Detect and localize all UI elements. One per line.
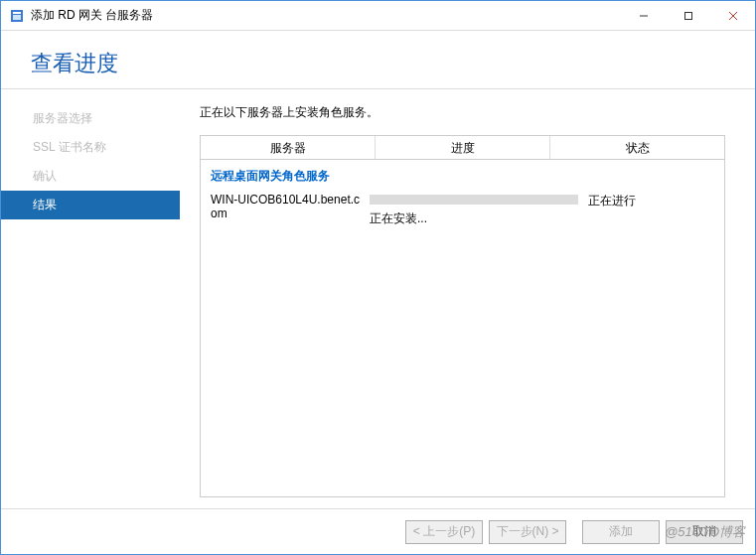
cell-server-name: WIN-UICOB610L4U.benet.com	[211, 193, 370, 220]
sidebar-item-results[interactable]: 结果	[1, 191, 180, 219]
page-title: 查看进度	[31, 49, 118, 78]
close-button[interactable]	[710, 1, 755, 30]
sidebar-item-confirm: 确认	[1, 162, 180, 191]
panel-header: 服务器 进度 状态	[201, 136, 724, 160]
cell-status: 正在进行	[588, 193, 714, 209]
svg-rect-4	[684, 12, 691, 19]
footer: < 上一步(P) 下一步(N) > 添加 取消	[1, 508, 755, 554]
prev-button: < 上一步(P)	[405, 520, 483, 544]
sidebar: 服务器选择 SSL 证书名称 确认 结果	[1, 89, 180, 521]
col-status: 状态	[550, 136, 724, 159]
svg-rect-2	[13, 15, 21, 20]
cell-progress: 正在安装...	[370, 193, 588, 227]
window-controls	[621, 1, 755, 30]
progress-text: 正在安装...	[370, 210, 576, 227]
window-title: 添加 RD 网关 台服务器	[31, 7, 621, 24]
titlebar: 添加 RD 网关 台服务器	[1, 1, 755, 31]
col-server: 服务器	[201, 136, 376, 159]
body: 服务器选择 SSL 证书名称 确认 结果 正在以下服务器上安装角色服务。 服务器…	[1, 89, 755, 521]
dialog-window: 添加 RD 网关 台服务器 查看进度 服务器选择 SSL 证书名称 确认 结果 …	[0, 0, 756, 555]
next-button: 下一步(N) >	[489, 520, 566, 544]
svg-rect-1	[13, 12, 21, 14]
panel-body: 远程桌面网关角色服务 WIN-UICOB610L4U.benet.com 正在安…	[201, 160, 724, 235]
maximize-button[interactable]	[666, 1, 710, 30]
col-progress: 进度	[376, 136, 550, 159]
progress-bar	[370, 195, 578, 205]
results-panel: 服务器 进度 状态 远程桌面网关角色服务 WIN-UICOB610L4U.ben…	[200, 135, 725, 497]
add-button: 添加	[582, 520, 660, 544]
cancel-button[interactable]: 取消	[666, 520, 743, 544]
table-row: WIN-UICOB610L4U.benet.com 正在安装... 正在进行	[211, 193, 714, 227]
progress-bar-fill	[370, 195, 578, 205]
header: 查看进度	[1, 31, 755, 89]
app-icon	[9, 8, 25, 24]
sidebar-item-server-select: 服务器选择	[1, 104, 180, 133]
minimize-button[interactable]	[621, 1, 666, 30]
group-title: 远程桌面网关角色服务	[211, 168, 714, 185]
content-description: 正在以下服务器上安装角色服务。	[200, 104, 725, 121]
content-area: 正在以下服务器上安装角色服务。 服务器 进度 状态 远程桌面网关角色服务 WIN…	[180, 89, 755, 521]
sidebar-item-ssl-cert: SSL 证书名称	[1, 133, 180, 162]
